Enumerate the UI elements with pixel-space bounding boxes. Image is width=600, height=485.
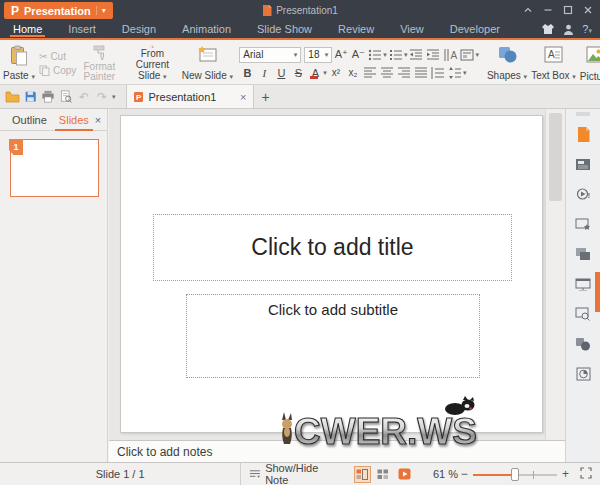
paste-button[interactable]: Paste ▾	[2, 44, 36, 83]
cut-button[interactable]: ✂ Cut	[39, 51, 76, 62]
quick-access-caret[interactable]: ▾	[112, 93, 116, 101]
tab-animation[interactable]: Animation	[169, 20, 244, 38]
theme-shirt-icon[interactable]	[541, 23, 555, 35]
shapes-button[interactable]: Shapes ▾	[485, 44, 529, 83]
minimize-button[interactable]	[538, 0, 558, 20]
tab-developer[interactable]: Developer	[437, 20, 513, 38]
tab-review[interactable]: Review	[325, 20, 387, 38]
app-menu-button[interactable]: P Presentation ▾	[4, 2, 113, 19]
animation-pane-button[interactable]: !	[574, 185, 592, 203]
slide-layout-sidebar-button[interactable]	[574, 155, 592, 173]
font-size-select[interactable]: 18 ▾	[304, 47, 332, 63]
slide-canvas[interactable]: Click to add title Click to add subtitle	[120, 115, 543, 433]
notes-placeholder: Click to add notes	[117, 445, 212, 459]
slides-stack-button[interactable]	[574, 245, 592, 263]
font-name-select[interactable]: Arial ▾	[239, 47, 301, 63]
paste-clipboard-icon	[9, 45, 29, 66]
zoom-in-button[interactable]: +	[559, 467, 572, 481]
italic-button[interactable]: I	[256, 65, 272, 81]
text-direction-button[interactable]: A	[442, 47, 458, 63]
decrease-indent-button[interactable]	[408, 47, 424, 63]
tab-home[interactable]: Home	[0, 20, 55, 38]
show-hide-note-label: Show/Hide Note	[265, 462, 338, 485]
zoom-slider-handle[interactable]	[511, 468, 519, 481]
font-paragraph-group: Arial ▾ 18 ▾ A⁺ A⁻ ▾ ▾	[237, 44, 481, 83]
chart-sidebar-button[interactable]	[574, 365, 592, 383]
strikethrough-button[interactable]: S	[290, 65, 306, 81]
decrease-font-button[interactable]: A⁻	[350, 47, 366, 63]
close-panel-icon[interactable]: ×	[95, 114, 101, 126]
underline-button[interactable]: U	[273, 65, 289, 81]
copy-button[interactable]: Copy	[39, 65, 76, 76]
bullet-list-button[interactable]: ▾	[367, 47, 387, 63]
save-button[interactable]	[22, 89, 38, 105]
slide-layout-dark-icon	[575, 158, 591, 171]
window-title-text: Presentation1	[276, 5, 338, 16]
format-painter-button[interactable]: Format Painter	[79, 44, 119, 83]
numbered-list-button[interactable]: ▾	[388, 47, 408, 63]
title-placeholder[interactable]: Click to add title	[153, 214, 512, 281]
subtitle-placeholder[interactable]: Click to add subtitle	[186, 294, 480, 378]
align-right-button[interactable]	[396, 65, 412, 81]
from-current-slide-button[interactable]: From Current Slide ▾	[123, 44, 181, 83]
notes-area[interactable]: Click to add notes	[109, 440, 565, 462]
show-hide-note-button[interactable]: Show/Hide Note	[241, 462, 346, 485]
distribute-text-button[interactable]	[430, 65, 446, 81]
print-preview-button[interactable]	[58, 89, 74, 105]
tab-view[interactable]: View	[387, 20, 437, 38]
tab-slide-show-label: Slide Show	[257, 23, 312, 35]
zoom-track	[515, 474, 557, 476]
fit-slide-button[interactable]	[580, 467, 592, 481]
close-button[interactable]	[578, 0, 598, 20]
open-file-button[interactable]	[4, 89, 20, 105]
picture-button[interactable]: Picture	[578, 44, 600, 83]
print-button[interactable]	[40, 89, 56, 105]
sidebar-handle[interactable]	[566, 109, 600, 119]
redo-button[interactable]: ↷	[94, 89, 110, 105]
line-spacing-button[interactable]: ▾	[447, 65, 467, 81]
slide-thumbnail-1[interactable]: 1	[10, 139, 99, 197]
scrollbar-thumb[interactable]	[549, 113, 562, 201]
account-icon[interactable]	[563, 24, 574, 35]
tab-slide-show[interactable]: Slide Show	[244, 20, 325, 38]
bold-button[interactable]: B	[239, 65, 255, 81]
close-tab-icon[interactable]: ×	[240, 91, 246, 103]
zoom-slider[interactable]	[473, 466, 557, 483]
undo-button[interactable]: ↶	[76, 89, 92, 105]
tab-slides[interactable]: Slides	[53, 109, 95, 131]
increase-font-button[interactable]: A⁺	[333, 47, 349, 63]
document-tab[interactable]: P Presentation1 ×	[126, 85, 254, 108]
slide-effects-button[interactable]	[574, 215, 592, 233]
shapes-sidebar-button[interactable]	[574, 335, 592, 353]
align-center-button[interactable]	[379, 65, 395, 81]
subscript-button[interactable]: x₂	[345, 65, 361, 81]
font-color-button[interactable]: A ▾	[307, 65, 327, 81]
slideshow-play-button[interactable]	[396, 466, 413, 483]
play-slideshow-button[interactable]	[574, 275, 592, 293]
justify-button[interactable]	[413, 65, 429, 81]
tab-insert[interactable]: Insert	[55, 20, 109, 38]
increase-indent-button[interactable]	[425, 47, 441, 63]
slide-sorter-view-button[interactable]	[375, 466, 392, 483]
new-document-button[interactable]	[574, 125, 592, 143]
slide-edit-area: Click to add title Click to add subtitle…	[109, 109, 565, 462]
vertical-scrollbar[interactable]	[545, 109, 565, 440]
slide-layout-button[interactable]: ▾	[459, 47, 479, 63]
normal-view-icon	[356, 469, 368, 480]
help-button[interactable]: ?▾	[582, 23, 592, 35]
new-slide-button[interactable]: New Slide ▾	[181, 44, 233, 83]
align-left-button[interactable]	[362, 65, 378, 81]
tab-design[interactable]: Design	[109, 20, 169, 38]
animation-icon: !	[576, 187, 591, 201]
text-box-button[interactable]: A Text Box ▾	[529, 44, 578, 83]
collapse-ribbon-button[interactable]	[518, 0, 538, 20]
zoom-out-button[interactable]: −	[458, 467, 471, 481]
tab-outline[interactable]: Outline	[6, 109, 53, 131]
sidebar-scroll-indicator[interactable]	[595, 272, 600, 312]
new-tab-button[interactable]: +	[254, 85, 278, 108]
maximize-button[interactable]	[558, 0, 578, 20]
slide-find-button[interactable]	[574, 305, 592, 323]
normal-view-button[interactable]	[354, 466, 371, 483]
superscript-button[interactable]: x²	[328, 65, 344, 81]
tab-design-label: Design	[122, 23, 156, 35]
